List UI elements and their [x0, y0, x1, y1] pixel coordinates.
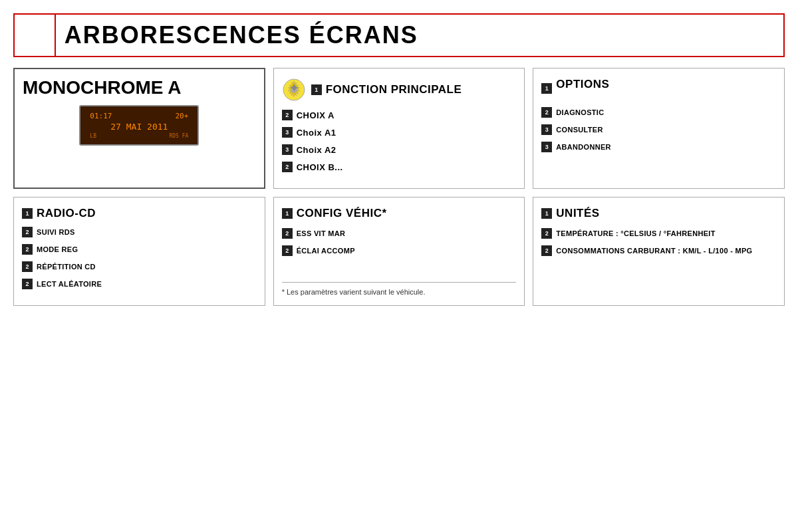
item-label: Choix A1: [297, 128, 336, 138]
list-item: 3 Choix A1: [282, 127, 517, 138]
list-item: 2 MODE REG: [22, 244, 257, 255]
fonction-title: FONCTION PRINCIPALE: [326, 83, 462, 96]
level-badge: 3: [541, 124, 552, 135]
level-badge: 2: [22, 261, 33, 272]
gear-icon: ✦: [282, 78, 306, 102]
level-badge: 3: [541, 142, 552, 152]
unites-items: 2 TEMPÉRATURE : °CELSIUS / °FAHRENHEIT 2…: [541, 228, 776, 256]
svg-text:✦: ✦: [288, 80, 299, 95]
level-badge: 2: [282, 162, 293, 172]
radio-title: RADIO-CD: [37, 207, 96, 220]
item-label: CONSOMMATIONS CARBURANT : KM/L - L/100 -…: [556, 246, 752, 255]
level-badge: 2: [22, 244, 33, 255]
item-label: Choix A2: [297, 145, 336, 155]
level-badge: 2: [282, 228, 293, 239]
fonction-level-badge: 1: [311, 84, 322, 95]
fonction-header: ✦ 1 FONCTION PRINCIPALE: [282, 78, 517, 102]
display-screen: 01:17 20+ 27 MAI 2011 LB RDS FA: [79, 105, 199, 146]
item-label: MODE REG: [37, 245, 78, 254]
list-item: 2 CHOIX B...: [282, 162, 517, 172]
monochrome-title: MONOCHROME A: [23, 77, 256, 98]
fonction-items: 2 CHOIX A 3 Choix A1 3 Choix A2 2 CHOIX …: [282, 110, 517, 172]
list-item: 2 RÉPÉTITION CD: [22, 261, 257, 272]
level-badge: 3: [282, 127, 293, 138]
level-badge: 2: [282, 245, 293, 256]
monochrome-panel: MONOCHROME A 01:17 20+ 27 MAI 2011 LB RD…: [13, 68, 265, 189]
item-label: RÉPÉTITION CD: [37, 262, 96, 271]
options-level-badge: 1: [541, 83, 552, 94]
list-item: 2 DIAGNOSTIC: [541, 107, 776, 118]
list-item: 2 CONSOMMATIONS CARBURANT : KM/L - L/100…: [541, 245, 776, 256]
page-title: 09 ARBORESCENCES ÉCRANS: [28, 21, 418, 49]
level-badge: 3: [282, 144, 293, 155]
config-level-badge: 1: [282, 208, 293, 219]
list-item: 2 ÉCLAI ACCOMP: [282, 245, 517, 256]
config-note: * Les paramètres varient suivant le véhi…: [282, 282, 517, 296]
level-badge: 2: [282, 110, 293, 120]
item-label: CHOIX B...: [297, 162, 343, 172]
options-items: 2 DIAGNOSTIC 3 CONSULTER 3 ABANDONNER: [541, 107, 776, 152]
item-label: CHOIX A: [297, 110, 334, 120]
item-label: ÉCLAI ACCOMP: [297, 246, 355, 255]
display-top-row: 01:17 20+: [90, 112, 188, 120]
radio-items: 2 SUIVI RDS 2 MODE REG 2 RÉPÉTITION CD 2…: [22, 227, 257, 289]
level-badge: 2: [541, 228, 552, 239]
item-label: CONSULTER: [556, 125, 602, 134]
list-item: 2 TEMPÉRATURE : °CELSIUS / °FAHRENHEIT: [541, 228, 776, 239]
level-badge: 2: [22, 279, 33, 289]
display-bottom-row: LB RDS FA: [90, 133, 188, 139]
item-label: TEMPÉRATURE : °CELSIUS / °FAHRENHEIT: [556, 229, 715, 238]
list-item: 2 ESS VIT MAR: [282, 228, 517, 239]
level-badge: 1: [22, 208, 33, 219]
display-right: 20+: [175, 112, 188, 120]
main-grid: MONOCHROME A 01:17 20+ 27 MAI 2011 LB RD…: [13, 68, 785, 306]
config-panel: 1 CONFIG VÉHIC* 2 ESS VIT MAR 2 ÉCLAI AC…: [273, 197, 525, 306]
list-item: 2 SUIVI RDS: [22, 227, 257, 237]
item-label: ABANDONNER: [556, 142, 610, 152]
header-box: 09 ARBORESCENCES ÉCRANS: [13, 13, 785, 57]
list-item: 2 CHOIX A: [282, 110, 517, 120]
level-badge: 2: [541, 245, 552, 256]
config-items: 2 ESS VIT MAR 2 ÉCLAI ACCOMP: [282, 228, 517, 263]
options-title: OPTIONS: [556, 78, 609, 91]
level-badge: 2: [541, 107, 552, 118]
display-time: 01:17: [90, 112, 112, 120]
unites-level-badge: 1: [541, 208, 552, 219]
list-item: 1 RADIO-CD: [22, 207, 257, 220]
level-badge: 2: [22, 227, 33, 237]
list-item: 3 Choix A2: [282, 144, 517, 155]
item-label: LECT ALÉATOIRE: [37, 279, 102, 289]
item-label: SUIVI RDS: [37, 227, 75, 237]
list-item: 2 LECT ALÉATOIRE: [22, 279, 257, 289]
options-panel: 1 OPTIONS 2 DIAGNOSTIC 3 CONSULTER 3 ABA…: [533, 68, 785, 189]
item-label: ESS VIT MAR: [297, 229, 346, 238]
list-item: 3 ABANDONNER: [541, 142, 776, 152]
unites-title: UNITÉS: [556, 207, 599, 220]
display-bottom-left: LB: [90, 133, 96, 139]
unites-panel: 1 UNITÉS 2 TEMPÉRATURE : °CELSIUS / °FAH…: [533, 197, 785, 306]
radio-panel: 1 RADIO-CD 2 SUIVI RDS 2 MODE REG 2 RÉPÉ…: [13, 197, 265, 306]
config-title: CONFIG VÉHIC*: [297, 207, 387, 220]
fonction-panel: ✦ 1 FONCTION PRINCIPALE 2 CHOIX A 3 Choi…: [273, 68, 525, 189]
item-label: DIAGNOSTIC: [556, 108, 604, 117]
display-bottom-right: RDS FA: [169, 133, 188, 139]
list-item: 3 CONSULTER: [541, 124, 776, 135]
display-date: 27 MAI 2011: [90, 122, 188, 132]
